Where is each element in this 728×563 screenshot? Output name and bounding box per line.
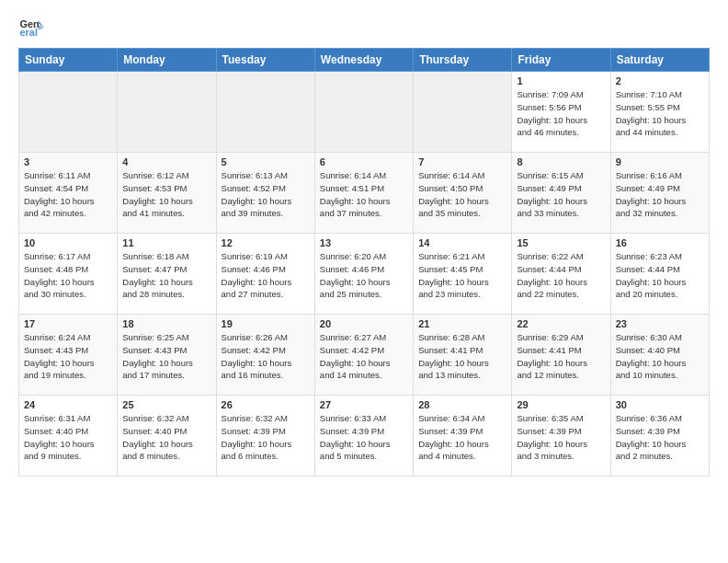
day-info: Sunrise: 6:35 AM Sunset: 4:39 PM Dayligh… [517, 412, 605, 463]
calendar-day-8: 8Sunrise: 6:15 AM Sunset: 4:49 PM Daylig… [512, 153, 610, 234]
calendar-day-30: 30Sunrise: 6:36 AM Sunset: 4:39 PM Dayli… [610, 396, 709, 477]
day-number: 14 [418, 237, 506, 248]
day-number: 8 [517, 156, 605, 167]
calendar-day-23: 23Sunrise: 6:30 AM Sunset: 4:40 PM Dayli… [610, 315, 709, 396]
day-number: 5 [222, 156, 310, 167]
weekday-header-tuesday: Tuesday [216, 49, 314, 72]
day-number: 26 [222, 399, 310, 410]
calendar-day-14: 14Sunrise: 6:21 AM Sunset: 4:45 PM Dayli… [414, 234, 512, 315]
calendar-day-27: 27Sunrise: 6:33 AM Sunset: 4:39 PM Dayli… [314, 396, 413, 477]
day-info: Sunrise: 6:13 AM Sunset: 4:52 PM Dayligh… [222, 169, 310, 220]
day-number: 24 [24, 399, 112, 410]
day-info: Sunrise: 6:21 AM Sunset: 4:45 PM Dayligh… [418, 250, 506, 301]
calendar-day-12: 12Sunrise: 6:19 AM Sunset: 4:46 PM Dayli… [216, 234, 314, 315]
day-info: Sunrise: 7:10 AM Sunset: 5:55 PM Dayligh… [616, 88, 704, 139]
day-info: Sunrise: 6:34 AM Sunset: 4:39 PM Dayligh… [418, 412, 506, 463]
day-info: Sunrise: 6:24 AM Sunset: 4:43 PM Dayligh… [24, 331, 112, 382]
svg-marker-3 [39, 25, 44, 30]
day-info: Sunrise: 6:23 AM Sunset: 4:44 PM Dayligh… [616, 250, 704, 301]
calendar-day-6: 6Sunrise: 6:14 AM Sunset: 4:51 PM Daylig… [314, 153, 413, 234]
day-info: Sunrise: 6:14 AM Sunset: 4:50 PM Dayligh… [418, 169, 506, 220]
day-info: Sunrise: 6:27 AM Sunset: 4:42 PM Dayligh… [320, 331, 408, 382]
calendar-empty-cell [414, 72, 512, 153]
weekday-header-monday: Monday [118, 49, 216, 72]
weekday-header-friday: Friday [512, 49, 610, 72]
weekday-header-saturday: Saturday [610, 49, 709, 72]
day-number: 13 [320, 237, 408, 248]
day-number: 19 [222, 318, 310, 329]
calendar-week-row: 10Sunrise: 6:17 AM Sunset: 4:48 PM Dayli… [19, 234, 710, 315]
day-number: 9 [616, 156, 704, 167]
calendar-day-1: 1Sunrise: 7:09 AM Sunset: 5:56 PM Daylig… [512, 72, 610, 153]
day-info: Sunrise: 6:29 AM Sunset: 4:41 PM Dayligh… [517, 331, 605, 382]
day-number: 10 [24, 237, 112, 248]
page-header: Gen eral [18, 15, 710, 40]
day-number: 28 [418, 399, 506, 410]
calendar-week-row: 1Sunrise: 7:09 AM Sunset: 5:56 PM Daylig… [19, 72, 710, 153]
day-info: Sunrise: 6:12 AM Sunset: 4:53 PM Dayligh… [122, 169, 210, 220]
calendar-empty-cell [19, 72, 118, 153]
day-info: Sunrise: 6:31 AM Sunset: 4:40 PM Dayligh… [24, 412, 112, 463]
day-number: 27 [320, 399, 408, 410]
day-info: Sunrise: 6:19 AM Sunset: 4:46 PM Dayligh… [222, 250, 310, 301]
svg-text:eral: eral [20, 27, 38, 38]
day-number: 21 [418, 318, 506, 329]
calendar-week-row: 3Sunrise: 6:11 AM Sunset: 4:54 PM Daylig… [19, 153, 710, 234]
day-info: Sunrise: 6:20 AM Sunset: 4:46 PM Dayligh… [320, 250, 408, 301]
day-info: Sunrise: 6:30 AM Sunset: 4:40 PM Dayligh… [616, 331, 704, 382]
calendar-day-25: 25Sunrise: 6:32 AM Sunset: 4:40 PM Dayli… [118, 396, 216, 477]
day-number: 18 [122, 318, 210, 329]
day-info: Sunrise: 7:09 AM Sunset: 5:56 PM Dayligh… [517, 88, 605, 139]
day-info: Sunrise: 6:36 AM Sunset: 4:39 PM Dayligh… [616, 412, 704, 463]
calendar-day-24: 24Sunrise: 6:31 AM Sunset: 4:40 PM Dayli… [19, 396, 118, 477]
calendar-day-21: 21Sunrise: 6:28 AM Sunset: 4:41 PM Dayli… [414, 315, 512, 396]
calendar-day-15: 15Sunrise: 6:22 AM Sunset: 4:44 PM Dayli… [512, 234, 610, 315]
day-info: Sunrise: 6:33 AM Sunset: 4:39 PM Dayligh… [320, 412, 408, 463]
calendar-empty-cell [118, 72, 216, 153]
day-number: 1 [517, 75, 605, 86]
calendar-day-19: 19Sunrise: 6:26 AM Sunset: 4:42 PM Dayli… [216, 315, 314, 396]
day-number: 7 [418, 156, 506, 167]
logo: Gen eral [18, 15, 48, 40]
calendar-empty-cell [216, 72, 314, 153]
calendar-day-3: 3Sunrise: 6:11 AM Sunset: 4:54 PM Daylig… [19, 153, 118, 234]
day-number: 25 [122, 399, 210, 410]
calendar-day-28: 28Sunrise: 6:34 AM Sunset: 4:39 PM Dayli… [414, 396, 512, 477]
day-info: Sunrise: 6:18 AM Sunset: 4:47 PM Dayligh… [122, 250, 210, 301]
day-number: 6 [320, 156, 408, 167]
calendar-day-26: 26Sunrise: 6:32 AM Sunset: 4:39 PM Dayli… [216, 396, 314, 477]
day-info: Sunrise: 6:16 AM Sunset: 4:49 PM Dayligh… [616, 169, 704, 220]
day-number: 16 [616, 237, 704, 248]
day-number: 11 [122, 237, 210, 248]
day-number: 12 [222, 237, 310, 248]
calendar-day-29: 29Sunrise: 6:35 AM Sunset: 4:39 PM Dayli… [512, 396, 610, 477]
weekday-header-thursday: Thursday [414, 49, 512, 72]
day-number: 17 [24, 318, 112, 329]
day-number: 20 [320, 318, 408, 329]
day-number: 30 [616, 399, 704, 410]
calendar-day-11: 11Sunrise: 6:18 AM Sunset: 4:47 PM Dayli… [118, 234, 216, 315]
day-number: 23 [616, 318, 704, 329]
calendar-day-10: 10Sunrise: 6:17 AM Sunset: 4:48 PM Dayli… [19, 234, 118, 315]
calendar-day-22: 22Sunrise: 6:29 AM Sunset: 4:41 PM Dayli… [512, 315, 610, 396]
day-info: Sunrise: 6:11 AM Sunset: 4:54 PM Dayligh… [24, 169, 112, 220]
calendar-day-7: 7Sunrise: 6:14 AM Sunset: 4:50 PM Daylig… [414, 153, 512, 234]
calendar-table: SundayMondayTuesdayWednesdayThursdayFrid… [18, 48, 710, 477]
day-number: 22 [517, 318, 605, 329]
calendar-day-18: 18Sunrise: 6:25 AM Sunset: 4:43 PM Dayli… [118, 315, 216, 396]
day-info: Sunrise: 6:14 AM Sunset: 4:51 PM Dayligh… [320, 169, 408, 220]
calendar-day-16: 16Sunrise: 6:23 AM Sunset: 4:44 PM Dayli… [610, 234, 709, 315]
calendar-day-17: 17Sunrise: 6:24 AM Sunset: 4:43 PM Dayli… [19, 315, 118, 396]
logo-icon: Gen eral [18, 15, 44, 40]
calendar-week-row: 24Sunrise: 6:31 AM Sunset: 4:40 PM Dayli… [19, 396, 710, 477]
calendar-day-20: 20Sunrise: 6:27 AM Sunset: 4:42 PM Dayli… [314, 315, 413, 396]
day-info: Sunrise: 6:17 AM Sunset: 4:48 PM Dayligh… [24, 250, 112, 301]
day-info: Sunrise: 6:28 AM Sunset: 4:41 PM Dayligh… [418, 331, 506, 382]
calendar-day-4: 4Sunrise: 6:12 AM Sunset: 4:53 PM Daylig… [118, 153, 216, 234]
weekday-header-wednesday: Wednesday [314, 49, 413, 72]
day-info: Sunrise: 6:32 AM Sunset: 4:40 PM Dayligh… [122, 412, 210, 463]
day-info: Sunrise: 6:15 AM Sunset: 4:49 PM Dayligh… [517, 169, 605, 220]
calendar-empty-cell [314, 72, 413, 153]
day-number: 2 [616, 75, 704, 86]
day-number: 4 [122, 156, 210, 167]
